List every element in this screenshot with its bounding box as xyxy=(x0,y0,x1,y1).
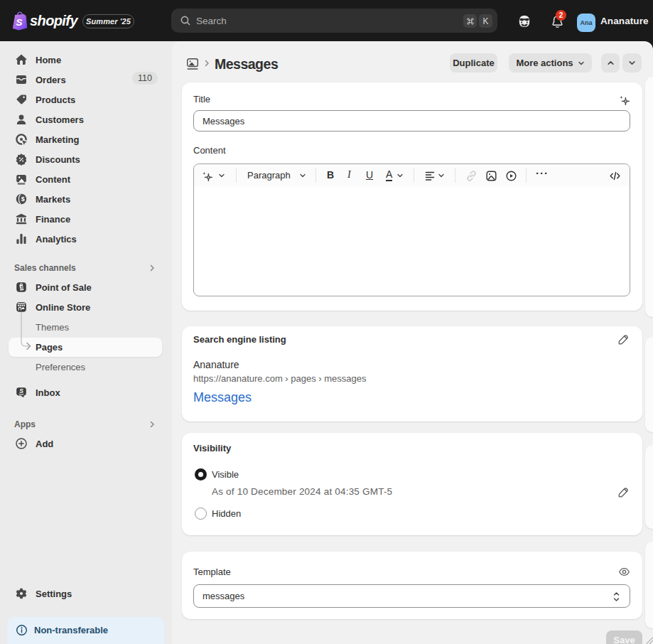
svg-text:S: S xyxy=(19,387,23,395)
svg-text:S: S xyxy=(20,285,23,290)
svg-text:$: $ xyxy=(21,195,25,203)
svg-text:S: S xyxy=(16,17,22,28)
